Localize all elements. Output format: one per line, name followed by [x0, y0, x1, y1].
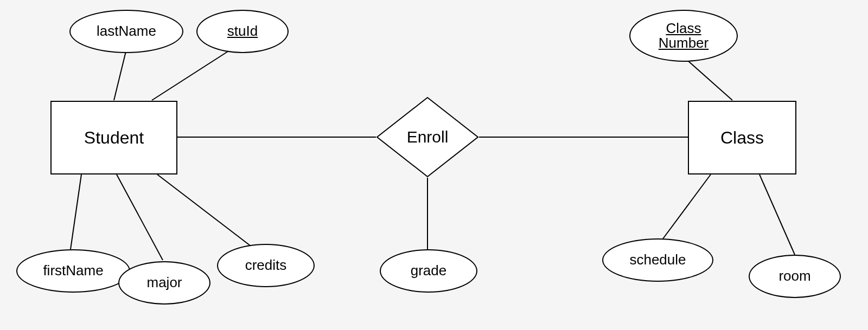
svg-line-2: [114, 51, 126, 100]
relationship-enroll-label: Enroll: [407, 128, 449, 146]
attr-stuid-label: stuId: [227, 24, 258, 38]
attr-room-label: room: [778, 269, 810, 283]
entity-class: Class: [688, 101, 796, 174]
attr-classnumber: Class Number: [629, 10, 738, 62]
attr-classnumber-line2: Number: [659, 36, 709, 50]
attr-grade-label: grade: [411, 263, 447, 278]
attr-room: room: [749, 255, 841, 298]
attr-major: major: [118, 261, 210, 305]
entity-student-label: Student: [84, 128, 144, 148]
entity-class-label: Class: [720, 128, 764, 148]
attr-credits-label: credits: [245, 258, 287, 273]
svg-line-4: [71, 174, 81, 249]
entity-student: Student: [50, 101, 177, 174]
attr-firstname-label: firstName: [43, 263, 103, 278]
attr-lastname: lastName: [69, 10, 183, 53]
attr-major-label: major: [146, 275, 182, 290]
attr-credits: credits: [217, 244, 315, 287]
svg-line-3: [152, 51, 228, 100]
svg-line-6: [157, 174, 255, 249]
svg-line-5: [117, 174, 163, 260]
svg-line-8: [684, 57, 732, 100]
attr-schedule: schedule: [602, 238, 713, 282]
relationship-enroll: Enroll: [376, 96, 479, 178]
attr-lastname-label: lastName: [97, 24, 156, 38]
svg-line-10: [760, 174, 795, 255]
attr-stuid: stuId: [196, 10, 289, 53]
attr-grade: grade: [380, 249, 477, 293]
attr-firstname: firstName: [16, 249, 130, 293]
svg-line-9: [659, 174, 711, 244]
attr-schedule-label: schedule: [629, 253, 686, 267]
attr-classnumber-line1: Class: [666, 21, 701, 36]
